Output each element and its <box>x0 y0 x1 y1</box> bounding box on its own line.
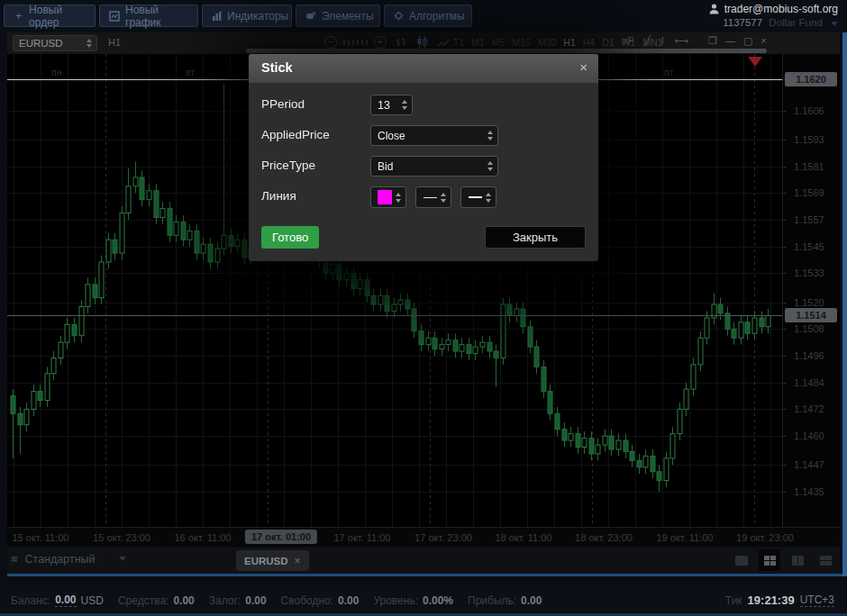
pperiod-input[interactable]: 13 <box>370 95 413 115</box>
timeframe-h4[interactable]: H4 <box>583 37 595 48</box>
popout-icon[interactable]: ❐ <box>708 35 717 47</box>
hamburger-icon: ≡ <box>11 552 18 566</box>
appliedprice-label: AppliedPrice <box>261 128 330 141</box>
dialog-header[interactable]: Stick × <box>249 54 598 83</box>
elements-label: Элементы <box>322 10 374 23</box>
indicators-label: Индикаторы <box>227 10 288 23</box>
layout-template-select[interactable]: ≡ Стандартный <box>11 552 126 566</box>
time-label: 17 окт. 11:00 <box>334 532 391 543</box>
spinner-icon[interactable] <box>402 95 407 114</box>
price-label: 1.1593 <box>794 134 824 145</box>
price-tick <box>783 303 787 303</box>
new-chart-button[interactable]: Новый график <box>99 5 198 27</box>
tab-eurusd[interactable]: EURUSD × <box>236 550 309 571</box>
select-arrows-icon <box>486 187 491 207</box>
pperiod-value: 13 <box>378 99 390 112</box>
done-button[interactable]: Готово <box>261 226 319 249</box>
equity-item: Средства: 0.00 <box>118 594 195 607</box>
zoom-out-icon[interactable]: − <box>324 36 337 49</box>
indicator-list-icon[interactable]: ≡F <box>622 35 633 47</box>
time-axis[interactable]: 15 окт. 11:0015 окт. 23:0016 окт. 11:001… <box>7 527 840 547</box>
price-tick <box>783 356 787 357</box>
current-price-badge: 1.1514 <box>785 308 837 322</box>
maximize-icon[interactable]: ▢ <box>743 35 752 47</box>
margin-label: Залог: <box>209 594 241 607</box>
price-axis[interactable]: 1.16061.15931.15811.15691.15571.15451.15… <box>782 54 840 527</box>
timeframe-h1[interactable]: H1 <box>563 37 575 48</box>
layout-vertical-icon[interactable] <box>787 549 808 571</box>
price-tick <box>783 436 787 437</box>
line-color-select[interactable] <box>370 186 406 208</box>
algorithms-button[interactable]: Алгоритмы <box>384 5 472 27</box>
select-arrows-icon <box>441 187 446 207</box>
price-tick <box>783 247 787 248</box>
tick-label: Тик <box>725 594 742 607</box>
minimize-icon[interactable]: — <box>725 35 735 47</box>
timezone-label[interactable]: UTC+3 <box>800 593 834 607</box>
timeframe-m15[interactable]: M15 <box>512 37 530 48</box>
shapes-icon <box>305 10 316 22</box>
price-label: 1.1557 <box>794 214 824 225</box>
pricetype-select[interactable]: Bid <box>370 156 498 177</box>
close-icon[interactable]: × <box>760 35 766 47</box>
elements-button[interactable]: Элементы <box>296 5 380 27</box>
dialog-close-icon[interactable]: × <box>579 59 587 75</box>
indicators-button[interactable]: Индикаторы <box>202 5 292 27</box>
balance-value[interactable]: 0.00 <box>55 593 76 607</box>
time-label: 18 окт. 11:00 <box>496 532 552 543</box>
layout-single-icon[interactable] <box>731 549 752 571</box>
trendline-tool-icon[interactable]: ╱ <box>644 35 651 47</box>
new-order-button[interactable]: + Новый ордер <box>4 5 96 27</box>
account-number: 1137577 <box>723 17 762 28</box>
layout-grid-icon[interactable] <box>759 549 780 571</box>
tab-close-icon[interactable]: × <box>295 555 301 567</box>
time-label: 15 окт. 11:00 <box>13 532 69 543</box>
line-sample-thin <box>424 197 437 198</box>
price-tick <box>783 492 787 493</box>
day-of-week-label: вт <box>186 67 195 77</box>
select-arrows-icon <box>396 187 401 207</box>
price-label: 1.1435 <box>794 486 824 497</box>
updown-icon <box>87 39 92 48</box>
timeframe-m5[interactable]: M5 <box>492 37 505 48</box>
equity-label: Средства: <box>118 594 169 607</box>
profit-item: Прибыль: 0.00 <box>468 594 542 607</box>
zoom-in-icon[interactable]: + <box>374 36 387 49</box>
level-value: 0.00% <box>423 594 453 607</box>
dialog-title: Stick <box>261 60 293 75</box>
vertical-line-tool-icon[interactable]: I <box>661 35 664 47</box>
symbol-select[interactable]: EURUSD <box>13 35 97 51</box>
timeframe-t1[interactable]: T1 <box>453 37 464 48</box>
chevron-down-icon <box>831 22 838 26</box>
timeframe-d1[interactable]: D1 <box>602 37 614 48</box>
timeframe-current-label: H1 <box>108 37 121 48</box>
line-width-select[interactable] <box>415 186 451 208</box>
time-label: 15 окт. 23:00 <box>93 532 150 543</box>
layout-horizontal-icon[interactable] <box>815 549 836 571</box>
chevron-down-icon <box>119 557 126 561</box>
timeframe-m1[interactable]: M1 <box>471 37 485 48</box>
balance-currency: USD <box>81 594 104 607</box>
new-chart-label: Новый график <box>125 4 188 29</box>
chart-hscrollbar[interactable] <box>246 49 767 53</box>
terminal-screen: + Новый ордер Новый график Индикаторы Эл… <box>0 0 847 616</box>
line-type-select[interactable] <box>460 186 496 208</box>
price-tick <box>783 140 787 140</box>
algorithms-label: Алгоритмы <box>409 10 465 23</box>
right-accent-strip <box>842 32 847 576</box>
account-menu[interactable]: trader@mobius-soft.org 1137577 Dollar Fu… <box>708 3 838 28</box>
margin-item: Залог: 0.00 <box>209 594 267 607</box>
time-badge: 17 окт. 01:00 <box>245 530 317 544</box>
time-label: 17 окт. 23:00 <box>414 532 472 543</box>
time-label: 19 окт. 23:00 <box>736 532 794 543</box>
horizontal-line-tool-icon[interactable]: ⟷ <box>675 35 689 47</box>
window-controls: ❐ — ▢ × <box>708 35 767 47</box>
price-tick <box>783 465 787 466</box>
price-tick <box>783 193 787 194</box>
close-button[interactable]: Закрыть <box>485 226 586 249</box>
level-price-badge: 1.1620 <box>785 72 837 86</box>
timeframe-m30[interactable]: M30 <box>538 37 556 48</box>
chart-tools: ≡F ╱ I ⟷ <box>622 35 689 47</box>
appliedprice-select[interactable]: Close <box>370 125 498 146</box>
zoom-level-indicator <box>343 41 368 45</box>
